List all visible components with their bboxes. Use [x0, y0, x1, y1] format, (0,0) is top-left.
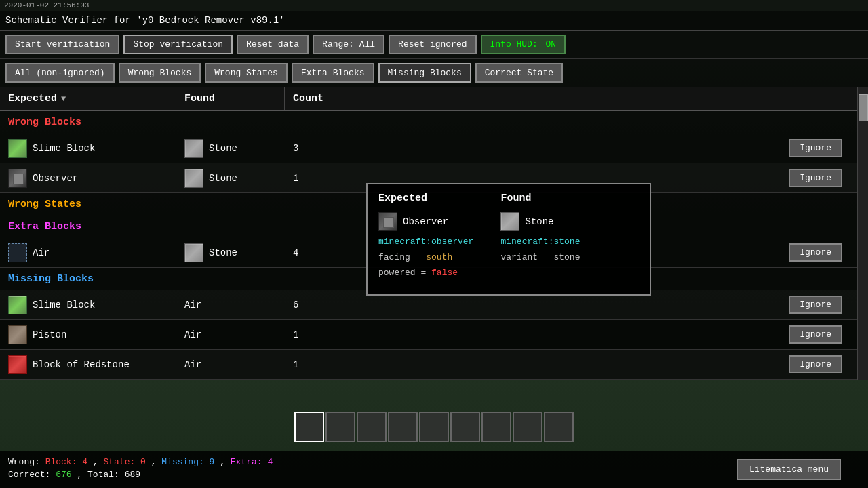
cell-count: 1: [285, 355, 868, 374]
found-block-name: Stone: [209, 173, 237, 184]
range-button[interactable]: Range: All: [313, 35, 384, 54]
cell-found: Stone: [176, 165, 285, 192]
cell-found: Stone: [176, 239, 285, 266]
wrong-states-filter-button[interactable]: Wrong States: [205, 63, 288, 83]
expected-block-name: Block of Redstone: [33, 359, 130, 370]
table-row: Piston Air 1 Ignore: [0, 320, 868, 350]
cell-found: Air: [176, 355, 285, 374]
ignore-button[interactable]: Ignore: [789, 169, 842, 187]
expected-block-name: Observer: [33, 173, 78, 184]
tooltip-prop2-val: false: [431, 268, 458, 278]
cell-found: Air: [176, 296, 285, 314]
cell-expected: Air: [0, 239, 176, 266]
hotbar-slot-4[interactable]: [388, 412, 418, 442]
found-block-name: Air: [184, 329, 201, 340]
cell-count: 6: [285, 296, 868, 314]
found-block-name: Air: [184, 300, 201, 310]
ui-overlay: 2020-01-02 21:56:03 Schematic Verifier f…: [0, 0, 868, 488]
slime-block-icon: [8, 139, 27, 158]
status-line-2: Correct: 676 , Total: 689: [8, 470, 860, 480]
cell-found: Air: [176, 325, 285, 344]
wrong-blocks-section-header: Wrong Blocks: [0, 111, 868, 134]
timestamp: 2020-01-02 21:56:03: [4, 1, 89, 9]
correct-label: Correct:: [8, 470, 50, 480]
total-val: 689: [125, 470, 140, 480]
title-bar: Schematic Verifier for 'y0 Bedrock Remov…: [0, 11, 868, 30]
stone-block-icon: [184, 139, 203, 158]
piston-block-icon: [8, 325, 27, 344]
found-block-name: Stone: [209, 247, 237, 258]
cell-expected: Slime Block: [0, 135, 176, 162]
air-block-icon: [8, 243, 27, 262]
expected-label: Expected: [8, 93, 57, 104]
expected-block-name: Slime Block: [33, 300, 95, 310]
tooltip-found-prop1-val: stone: [553, 252, 580, 262]
hotbar-slot-2[interactable]: [326, 412, 355, 442]
ignore-button[interactable]: Ignore: [789, 325, 842, 344]
expected-block-name: Air: [33, 247, 50, 258]
info-hud-state: ON: [546, 39, 557, 49]
found-block-name: Stone: [209, 143, 237, 154]
tooltip-stone-icon: [500, 212, 519, 231]
extra-label: Extra:: [231, 457, 262, 467]
hotbar-slot-5[interactable]: [419, 412, 449, 442]
tooltip-found-col: Found Stone minecraft:stone variant = st…: [500, 192, 580, 278]
tooltip-found-block-name: Stone: [525, 216, 553, 227]
slime-block-icon: [8, 296, 27, 314]
wrong-label: Wrong:: [8, 457, 40, 467]
cell-found: Stone: [176, 135, 285, 162]
col-count-header: Count: [285, 87, 353, 110]
found-block-name: Air: [184, 359, 201, 370]
hotbar-slot-7[interactable]: [481, 412, 511, 442]
tooltip-found-block-row: Stone: [500, 212, 580, 231]
tooltip-expected-id: minecraft:observer: [378, 237, 473, 247]
tooltip-header: Expected Observer minecraft:observer fac…: [378, 192, 639, 278]
state-label: State:: [103, 457, 135, 467]
ignore-button[interactable]: Ignore: [789, 355, 842, 373]
all-non-ignored-button[interactable]: All (non-ignored): [5, 63, 115, 83]
ignore-button[interactable]: Ignore: [789, 296, 842, 314]
hotbar-slot-6[interactable]: [450, 412, 480, 442]
toolbar-row-2: All (non-ignored) Wrong Blocks Wrong Sta…: [0, 59, 868, 87]
table-header: Expected ▼ Found Count: [0, 87, 868, 111]
tooltip-found-title: Found: [500, 192, 580, 204]
stone-block-icon: [184, 169, 203, 188]
reset-ignored-button[interactable]: Reset ignored: [389, 35, 476, 54]
wrong-blocks-filter-button[interactable]: Wrong Blocks: [119, 63, 201, 83]
hotbar: [294, 412, 574, 442]
ignore-button[interactable]: Ignore: [789, 243, 842, 262]
info-hud-button[interactable]: Info HUD: ON: [481, 35, 566, 54]
extra-blocks-filter-button[interactable]: Extra Blocks: [292, 63, 374, 83]
table-row: Slime Block Stone 3 Ignore: [0, 134, 868, 163]
missing-blocks-filter-button[interactable]: Missing Blocks: [378, 63, 471, 83]
scrollbar[interactable]: [857, 87, 868, 380]
scrollbar-thumb[interactable]: [859, 94, 868, 121]
hotbar-slot-9[interactable]: [544, 412, 574, 442]
litematica-menu-button[interactable]: Litematica menu: [737, 459, 841, 480]
tooltip-prop1: facing = south: [378, 252, 473, 262]
correct-state-filter-button[interactable]: Correct State: [475, 63, 563, 83]
observer-block-icon: [8, 169, 27, 188]
total-label: Total:: [87, 470, 119, 480]
stop-verification-button[interactable]: Stop verification: [123, 35, 233, 54]
window-title: Schematic Verifier for 'y0 Bedrock Remov…: [5, 15, 285, 26]
ignore-button[interactable]: Ignore: [789, 139, 842, 157]
tooltip-expected-title: Expected: [378, 192, 473, 204]
start-verification-button[interactable]: Start verification: [5, 35, 119, 54]
block-label: Block:: [45, 457, 77, 467]
tooltip-expected-block-row: Observer: [378, 212, 473, 231]
expected-block-name: Piston: [33, 329, 66, 340]
cell-expected: Block of Redstone: [0, 351, 176, 378]
correct-val: 676: [56, 470, 71, 480]
tooltip-expected-col: Expected Observer minecraft:observer fac…: [378, 192, 473, 278]
expected-dropdown-icon[interactable]: ▼: [61, 94, 66, 104]
col-expected-header[interactable]: Expected ▼: [0, 87, 176, 110]
hotbar-slot-3[interactable]: [357, 412, 387, 442]
hotbar-slot-1[interactable]: [294, 412, 324, 442]
hotbar-slot-8[interactable]: [513, 412, 542, 442]
cell-count: 1: [285, 325, 868, 344]
tooltip-popup: Expected Observer minecraft:observer fac…: [366, 183, 651, 296]
cell-count: 3: [285, 139, 868, 158]
reset-data-button[interactable]: Reset data: [237, 35, 309, 54]
status-line-1: Wrong: Block: 4 , State: 0 , Missing: 9 …: [8, 457, 860, 467]
